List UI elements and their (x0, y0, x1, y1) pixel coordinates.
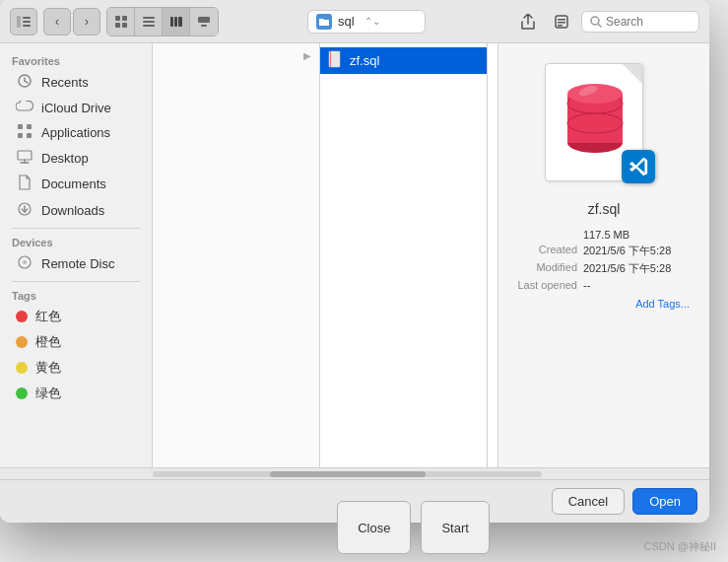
svg-line-21 (599, 24, 602, 27)
tag-dot-yellow (16, 362, 28, 374)
location-dropdown-icon: ⌃⌄ (364, 16, 380, 27)
file-item-name: zf.sql (350, 53, 379, 68)
svg-rect-18 (558, 22, 565, 24)
location-text: sql (338, 14, 355, 29)
svg-rect-13 (178, 17, 182, 27)
forward-button[interactable]: › (73, 8, 100, 35)
file-column-2: zf.sql (320, 43, 488, 467)
documents-icon (16, 175, 33, 193)
svg-rect-10 (143, 25, 155, 27)
tag-green-label: 绿色 (35, 385, 61, 402)
sidebar-item-remote-disc[interactable]: Remote Disc (4, 250, 148, 277)
preview-metadata: 117.5 MB Created 2021/5/6 下午5:28 Modifie… (508, 229, 699, 294)
sidebar-item-tag-orange[interactable]: 橙色 (4, 329, 148, 355)
watermark: CSDN @神秘II (643, 539, 716, 554)
desktop-label: Desktop (41, 151, 89, 166)
scrollbar-thumb[interactable] (270, 471, 426, 477)
sidebar-item-recents[interactable]: Recents (4, 69, 148, 96)
location-bar[interactable]: sql ⌃⌄ (307, 10, 426, 34)
svg-rect-15 (201, 25, 207, 27)
vscode-badge (622, 150, 655, 183)
parent-arrow: ▶ (303, 50, 311, 61)
desktop-icon (16, 150, 33, 167)
start-button[interactable]: Start (421, 501, 489, 554)
svg-rect-19 (558, 25, 563, 27)
devices-label: Devices (0, 233, 152, 250)
view-switcher (106, 7, 219, 36)
sidebar-item-tag-red[interactable]: 红色 (4, 304, 148, 329)
sidebar-item-documents[interactable]: Documents (4, 171, 148, 197)
tag-dot-red (16, 311, 28, 322)
remote-disc-icon (16, 254, 33, 273)
file-picker-dialog: ‹ › (0, 0, 709, 523)
svg-rect-4 (115, 16, 120, 21)
search-input[interactable] (606, 15, 685, 29)
preview-panel: zf.sql 117.5 MB Created 2021/5/6 下午5:28 … (497, 43, 709, 467)
remote-disc-label: Remote Disc (41, 256, 114, 271)
file-item-zf-sql[interactable]: zf.sql (320, 47, 487, 74)
svg-rect-1 (23, 17, 31, 19)
svg-rect-29 (18, 151, 32, 160)
meta-size-row: 117.5 MB (508, 229, 699, 241)
scrollbar-track[interactable] (153, 471, 542, 477)
tag-red-label: 红色 (35, 308, 61, 325)
share-button[interactable] (514, 8, 542, 35)
svg-line-24 (25, 81, 28, 83)
svg-rect-26 (27, 124, 32, 129)
folder-icon (316, 14, 332, 30)
lastopened-value: -- (583, 279, 590, 291)
svg-rect-6 (115, 23, 120, 28)
sidebar-item-tag-green[interactable]: 绿色 (4, 381, 148, 406)
lastopened-label: Last opened (508, 279, 577, 291)
recents-label: Recents (41, 75, 89, 90)
tag-yellow-label: 黄色 (35, 359, 61, 377)
svg-rect-11 (170, 17, 173, 27)
view-list-button[interactable] (135, 8, 163, 35)
svg-rect-9 (143, 21, 155, 23)
meta-lastopened-row: Last opened -- (508, 279, 699, 291)
preview-file-icon (545, 63, 663, 191)
sidebar-toggle-button[interactable] (10, 8, 37, 35)
sidebar-item-downloads[interactable]: Downloads (4, 197, 148, 224)
favorites-label: Favorites (0, 51, 152, 69)
preview-filename: zf.sql (588, 201, 621, 217)
svg-rect-28 (27, 133, 32, 138)
svg-rect-0 (17, 16, 21, 28)
svg-rect-37 (330, 51, 331, 67)
svg-rect-2 (23, 21, 31, 23)
sidebar-item-icloud[interactable]: iCloud Drive (4, 96, 148, 119)
search-box[interactable] (581, 11, 699, 33)
applications-icon (16, 123, 33, 142)
nav-group: ‹ › (43, 8, 100, 35)
downloads-label: Downloads (41, 203, 104, 218)
modified-label: Modified (508, 261, 577, 276)
sidebar-divider-2 (12, 281, 140, 282)
tag-orange-label: 橙色 (35, 333, 61, 351)
view-icon-button[interactable] (107, 8, 135, 35)
svg-point-20 (591, 17, 599, 25)
created-label: Created (508, 244, 577, 258)
svg-rect-17 (558, 19, 565, 21)
file-columns: ▶ (153, 43, 709, 467)
search-icon (590, 16, 602, 28)
tag-dot-green (16, 387, 28, 399)
modified-value: 2021/5/6 下午5:28 (583, 261, 671, 276)
view-gallery-button[interactable] (190, 8, 218, 35)
close-button[interactable]: Close (337, 501, 411, 554)
icloud-label: iCloud Drive (41, 101, 111, 115)
file-column-3 (488, 43, 497, 467)
back-button[interactable]: ‹ (43, 8, 71, 35)
size-label (508, 229, 577, 241)
add-tags-link[interactable]: Add Tags... (508, 298, 699, 310)
tag-button[interactable] (548, 8, 575, 35)
svg-point-40 (567, 113, 623, 133)
sidebar-item-desktop[interactable]: Desktop (4, 146, 148, 171)
sidebar-item-applications[interactable]: Applications (4, 119, 148, 146)
sidebar-item-tag-yellow[interactable]: 黄色 (4, 355, 148, 381)
size-value: 117.5 MB (583, 229, 629, 241)
svg-rect-27 (18, 133, 23, 138)
sql-file-icon (328, 50, 344, 71)
svg-rect-12 (174, 17, 177, 27)
svg-rect-3 (23, 25, 31, 27)
view-columns-button[interactable] (163, 8, 190, 35)
